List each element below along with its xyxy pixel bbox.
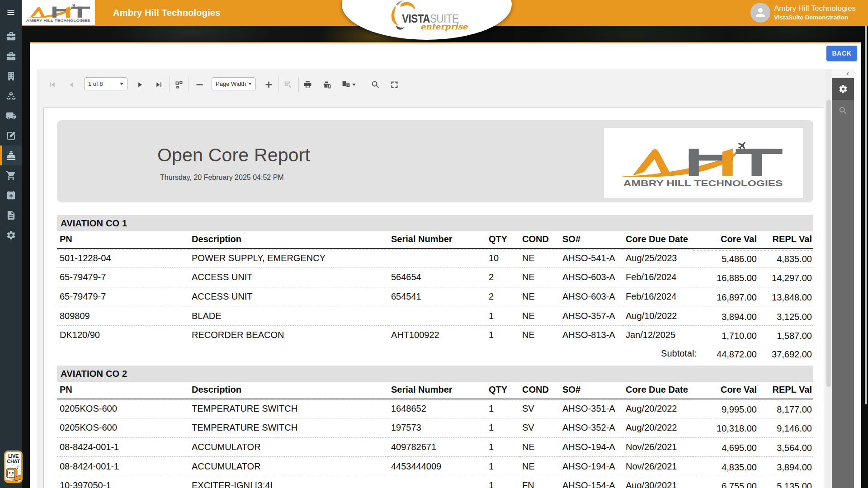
sidebar-item-calendar[interactable] [0,185,22,205]
sidebar-item-point-of-sale[interactable] [0,145,22,165]
table-cell: 809809 [57,306,189,326]
report-date: Thursday, 20 February 2025 04:52 PM [160,174,284,182]
settings-icon [6,230,16,240]
chat-mascot-icon [5,465,23,483]
table-cell: 2 [486,287,519,306]
table-cell: 44,872.00 [693,346,757,363]
table-cell: 4,695.00 [693,438,757,458]
rail-tab-search[interactable] [832,100,854,122]
table-cell: SV [519,418,560,438]
table-cell: ACCESS UNIT [189,268,388,287]
column-header: SO# [560,231,623,249]
table-row: 0205KOS-600TEMPERATURE SWITCH1975731SVAH… [57,418,813,438]
print-page-button[interactable] [321,78,333,91]
zoom-out-icon [195,80,204,89]
window-scrollbar-thumb[interactable] [865,26,867,404]
toolbar-separator [366,77,366,92]
thumbnails-button[interactable] [172,78,185,91]
zoom-in-button[interactable] [262,78,275,91]
column-header: Serial Number [388,382,486,399]
previous-page-button[interactable] [65,78,77,91]
last-page-button[interactable] [152,78,165,91]
section-title: AVIATION CO 2 [57,366,813,382]
live-chat-widget[interactable]: LIVE CHAT [4,450,23,483]
table-cell [388,345,486,362]
gear-icon [838,84,848,94]
next-page-button[interactable] [134,78,146,91]
column-header: PN [57,231,189,249]
last-page-icon [154,80,164,89]
sidebar-item-inventory[interactable] [0,86,22,106]
back-button[interactable]: BACK [826,46,857,61]
table-cell: Aug/20/2022 [623,399,693,418]
user-subtitle: VistaSuite Demonstration [774,14,856,22]
magnifier-icon [838,106,848,116]
table-cell: 65-79479-7 [57,287,189,306]
report-title: Open Core Report [157,145,310,166]
table-cell: AHSO-541-A [560,249,623,268]
table-cell: 3,894.00 [693,307,757,327]
thumbnails-icon [174,80,184,89]
sidebar-item-briefcase-alt[interactable] [0,46,22,66]
table-cell [388,306,486,326]
window-scrollbar[interactable] [865,26,868,488]
zoom-level-select[interactable]: Page Width [212,77,256,90]
table-cell: EXCITER-IGNI [3:4] [189,476,388,488]
zoom-in-icon [264,80,274,89]
fullscreen-button[interactable] [388,78,401,91]
table-cell: ACCUMULATOR [189,437,388,457]
sidebar-item-cart[interactable] [0,165,22,185]
hamburger-icon [6,8,15,17]
sidebar-item-documents[interactable] [0,205,22,225]
viewer-scrollbar[interactable] [826,69,832,488]
table-cell: 10 [486,249,519,268]
column-header: Serial Number [388,231,486,249]
user-account-chip[interactable]: Ambry Hill Technologies VistaSuite Demon… [750,1,856,24]
table-cell: NE [519,457,560,476]
viewer-scrollbar-thumb[interactable] [826,100,831,387]
search-icon [371,80,380,89]
report-header-block: Open Core Report Thursday, 20 February 2… [57,120,813,202]
menu-toggle-button[interactable] [0,4,22,22]
report-page: Open Core Report Thursday, 20 February 2… [43,108,824,488]
column-header: QTY [486,382,519,399]
table-row: 08-8424-001-1ACCUMULATOR44534440091NEAHS… [57,457,813,476]
aht-logo-icon [613,133,794,193]
table-cell [388,476,486,488]
chevron-left-icon [844,70,851,77]
column-header: Description [189,382,388,399]
table-cell: ACCUMULATOR [189,457,388,476]
collapse-rail-button[interactable] [832,69,854,78]
sidebar-item-settings[interactable] [0,225,22,245]
sidebar-item-shipping[interactable] [0,106,22,126]
print-button[interactable] [301,78,314,91]
print-icon [303,80,312,89]
table-cell: Nov/26/2021 [623,437,693,457]
page-number-select[interactable]: 1 of 8 [84,77,127,90]
table-cell: AHSO-357-A [560,306,623,326]
table-cell: 4,835.00 [757,249,813,269]
export-button[interactable] [340,78,358,91]
sidebar-item-building[interactable] [0,66,22,86]
table-cell: AHSO-194-A [560,437,623,457]
table-cell: 501-1228-04 [57,249,189,268]
zoom-out-button[interactable] [193,78,206,91]
truck-icon [6,111,16,121]
application-window: Ambry Hill Technologies Ambry Hill Techn… [0,0,868,488]
table-cell: 0205KOS-600 [57,418,189,438]
table-cell: Jan/12/2025 [623,325,693,345]
column-header: Core Due Date [623,382,693,399]
table-cell: Subtotal: [627,345,697,362]
fullscreen-icon [390,80,399,89]
text-select-tool-button[interactable] [282,78,294,91]
sidebar-item-briefcase[interactable] [0,26,22,46]
first-page-button[interactable] [46,78,58,91]
viewer-side-rail [832,69,854,488]
table-cell: 1 [486,457,519,476]
search-button[interactable] [369,78,382,91]
table-cell: ACCESS UNIT [189,287,388,306]
app-logo[interactable] [22,0,95,25]
live-chat-label-line1: LIVE [8,453,19,459]
sidebar-item-edit[interactable] [0,126,22,145]
rail-tab-settings[interactable] [832,78,854,100]
